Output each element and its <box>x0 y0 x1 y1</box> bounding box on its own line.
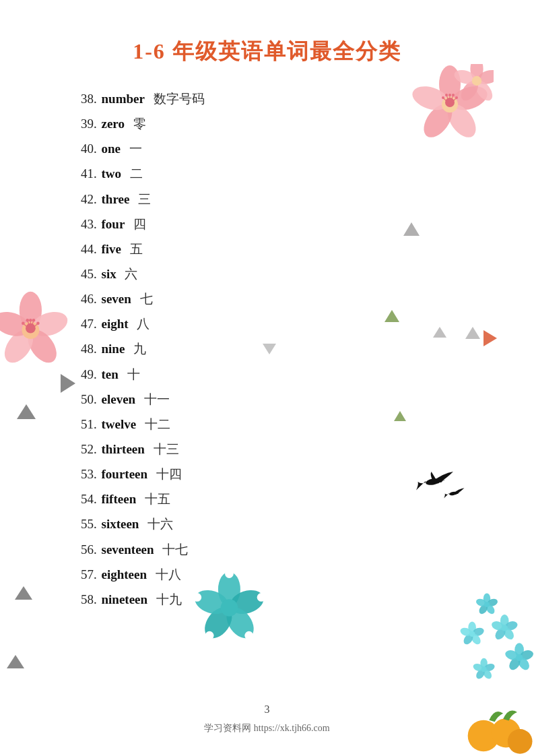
word-chinese: 数字号码 <box>150 92 205 106</box>
word-chinese: 八 <box>134 317 150 331</box>
word-english: ten <box>98 367 119 381</box>
word-number: 42. <box>81 192 97 206</box>
list-item: 55. sixteen 十六 <box>81 512 534 536</box>
flower-top-right <box>406 64 494 145</box>
svg-point-54 <box>456 492 458 494</box>
word-number: 40. <box>81 141 97 156</box>
decorative-triangle-2 <box>433 327 446 338</box>
word-english: thirteen <box>98 442 145 456</box>
word-number: 53. <box>81 467 97 481</box>
word-chinese: 五 <box>127 242 143 256</box>
word-english: seven <box>98 292 131 306</box>
word-chinese: 二 <box>127 166 143 181</box>
decorative-triangle-5 <box>61 374 75 393</box>
page: 1-6 年级英语单词最全分类 38. number 数字号码39. zero 零… <box>0 0 534 756</box>
list-item: 49. ten 十 <box>81 363 534 386</box>
word-number: 45. <box>81 267 97 281</box>
word-number: 54. <box>81 492 97 506</box>
flowers-blue-right <box>440 581 534 702</box>
svg-point-50 <box>221 599 238 617</box>
list-item: 50. eleven 十一 <box>81 387 534 411</box>
word-number: 47. <box>81 317 97 331</box>
word-english: number <box>98 92 145 106</box>
word-number: 39. <box>81 117 97 131</box>
list-item: 48. nine 九 <box>81 337 534 360</box>
svg-point-52 <box>438 478 442 482</box>
svg-point-87 <box>508 729 533 754</box>
word-chinese: 六 <box>122 267 138 281</box>
decorative-triangle-green-2 <box>394 411 406 421</box>
word-english: five <box>98 242 121 256</box>
word-english: two <box>98 166 121 181</box>
svg-point-66 <box>502 625 508 631</box>
svg-point-47 <box>244 631 253 640</box>
word-number: 38. <box>81 92 97 106</box>
word-number: 48. <box>81 342 97 356</box>
word-number: 41. <box>81 166 97 181</box>
word-english: sixteen <box>98 517 139 531</box>
word-number: 49. <box>81 367 97 381</box>
decorative-triangle-dark-2 <box>15 586 32 600</box>
word-chinese: 零 <box>130 117 146 131</box>
fruits-decoration <box>467 702 534 756</box>
svg-point-46 <box>257 593 266 602</box>
list-item: 42. three 三 <box>81 187 534 211</box>
word-number: 58. <box>81 592 97 606</box>
word-chinese: 七 <box>137 292 153 306</box>
svg-point-37 <box>22 322 25 325</box>
svg-point-78 <box>516 654 523 661</box>
svg-point-22 <box>445 98 455 107</box>
word-chinese: 十七 <box>160 542 189 557</box>
word-number: 51. <box>81 417 97 431</box>
svg-point-34 <box>32 319 36 322</box>
word-english: one <box>98 141 121 156</box>
word-english: fifteen <box>98 492 136 506</box>
svg-point-39 <box>26 323 36 334</box>
word-english: nine <box>98 342 125 356</box>
flower-teal <box>195 571 269 641</box>
svg-point-38 <box>29 319 32 322</box>
word-english: three <box>98 192 130 206</box>
word-english: zero <box>98 117 125 131</box>
word-english: fourteen <box>98 467 147 481</box>
svg-point-36 <box>36 322 40 325</box>
word-english: eighteen <box>98 567 147 581</box>
word-english: four <box>98 217 125 231</box>
decorative-triangle-3 <box>465 327 480 339</box>
word-chinese: 十五 <box>141 492 170 506</box>
svg-point-12 <box>445 94 448 96</box>
word-chinese: 十二 <box>141 417 170 431</box>
svg-point-48 <box>205 631 214 640</box>
word-english: twelve <box>98 417 136 431</box>
svg-point-21 <box>472 76 481 86</box>
bird-decoration <box>406 472 467 509</box>
svg-point-60 <box>484 602 490 607</box>
svg-point-84 <box>481 666 487 672</box>
word-english: six <box>98 267 116 281</box>
word-chinese: 四 <box>130 217 146 231</box>
svg-point-35 <box>26 319 29 322</box>
list-item: 52. thirteen 十三 <box>81 437 534 461</box>
word-english: seventeen <box>98 542 154 557</box>
list-item: 41. two 二 <box>81 162 534 185</box>
word-chinese: 九 <box>130 342 146 356</box>
word-chinese: 十 <box>124 367 140 381</box>
word-number: 56. <box>81 542 97 557</box>
word-number: 44. <box>81 242 97 256</box>
word-chinese: 十三 <box>150 442 179 456</box>
decorative-triangle-dark-1 <box>17 404 36 419</box>
list-item: 56. seventeen 十七 <box>81 538 534 561</box>
word-chinese: 一 <box>126 141 142 156</box>
decorative-triangle-dark-3 <box>7 655 24 668</box>
svg-point-13 <box>455 96 458 99</box>
word-chinese: 十一 <box>141 392 170 406</box>
word-number: 52. <box>81 442 97 456</box>
word-number: 43. <box>81 217 97 231</box>
list-item: 44. five 五 <box>81 237 534 261</box>
decorative-triangle-4 <box>263 344 276 354</box>
footer-text: 学习资料网 https://xk.tjh66.com <box>204 722 329 734</box>
svg-point-14 <box>442 96 444 99</box>
decorative-triangle-orange <box>483 330 497 346</box>
word-english: eight <box>98 317 129 331</box>
svg-point-11 <box>452 94 455 96</box>
